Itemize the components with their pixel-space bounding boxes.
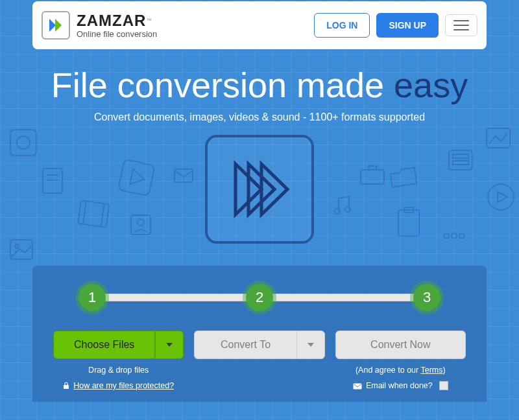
hero-title: File conversion made easy: [0, 65, 519, 105]
lock-icon: [63, 382, 69, 390]
brand-logo-icon: [42, 11, 70, 40]
convertto-column: Convert To: [194, 331, 324, 390]
signup-button[interactable]: SIGN UP: [376, 13, 439, 38]
email-done-row: Email when done?: [353, 381, 448, 390]
doodle-disc-icon: [9, 128, 38, 159]
convert-to-dropdown[interactable]: [296, 331, 325, 359]
choose-files-button[interactable]: Choose Files: [53, 331, 155, 359]
svg-point-1: [17, 136, 30, 149]
svg-rect-27: [64, 385, 69, 389]
svg-rect-16: [361, 170, 384, 184]
doodle-clipboard-icon: [396, 206, 422, 240]
terms-link[interactable]: Terms: [420, 366, 442, 375]
login-button[interactable]: LOG IN: [314, 13, 370, 38]
svg-point-19: [488, 184, 514, 210]
svg-point-24: [444, 233, 449, 239]
header-bar: ZAMZAR™ Online file conversion LOG IN SI…: [32, 1, 487, 49]
hero-title-emphasis: easy: [394, 65, 468, 104]
doodle-slides-icon: [448, 149, 474, 174]
doodle-page-icon: [42, 167, 64, 197]
svg-line-8: [83, 201, 86, 224]
doodle-person-icon: [130, 214, 152, 239]
step-3: 3: [413, 284, 441, 311]
doodle-picture-icon: [485, 127, 511, 152]
convert-to-split: Convert To: [194, 331, 324, 359]
svg-point-13: [15, 244, 19, 248]
doodle-playcircle-icon: [487, 183, 515, 214]
dragdrop-hint: Drag & drop files: [88, 366, 149, 375]
doodle-music-icon: [332, 194, 352, 219]
hero-title-part-a: File conversion made: [51, 65, 394, 104]
brand-text: ZAMZAR™ Online file conversion: [77, 13, 157, 38]
doodle-film-icon: [76, 199, 111, 231]
svg-line-9: [101, 204, 104, 227]
terms-prefix: (And agree to our: [356, 366, 421, 375]
choose-files-dropdown[interactable]: [155, 331, 184, 359]
caret-down-icon: [166, 343, 173, 347]
convert-to-button[interactable]: Convert To: [194, 331, 296, 359]
svg-rect-23: [453, 161, 468, 165]
step-1: 1: [78, 284, 106, 311]
choose-column: Choose Files Drag & drop files How are m…: [53, 331, 184, 390]
convertnow-column: Convert Now (And agree to our Terms) Ema…: [335, 331, 466, 390]
files-protected-link-row: How are my files protected?: [63, 381, 174, 390]
convert-now-button[interactable]: Convert Now: [335, 331, 466, 359]
svg-rect-0: [10, 130, 36, 156]
files-protected-link[interactable]: How are my files protected?: [73, 381, 174, 390]
step-2: 2: [246, 284, 273, 311]
brand[interactable]: ZAMZAR™ Online file conversion: [42, 11, 157, 40]
svg-point-26: [459, 233, 465, 239]
brand-name: ZAMZAR: [77, 12, 146, 29]
svg-point-25: [452, 233, 457, 239]
svg-rect-28: [353, 384, 361, 390]
brand-tm: ™: [146, 17, 151, 23]
hero-subtitle: Convert documents, images, videos & soun…: [0, 111, 519, 123]
brand-tagline: Online file conversion: [77, 30, 157, 38]
email-done-checkbox[interactable]: [439, 381, 448, 390]
terms-hint: (And agree to our Terms): [356, 366, 446, 375]
converter-card: 1 2 3 Choose Files Drag & drop files How…: [32, 266, 487, 402]
svg-rect-17: [398, 210, 419, 236]
caret-down-icon: [308, 343, 314, 347]
actions-row: Choose Files Drag & drop files How are m…: [53, 331, 466, 390]
doodle-folder-icon: [388, 164, 420, 192]
svg-rect-22: [453, 154, 468, 158]
steps-indicator: 1 2 3: [79, 283, 440, 312]
menu-button[interactable]: [445, 14, 477, 36]
doodle-more-icon: [441, 231, 467, 244]
svg-rect-6: [175, 169, 193, 182]
doodle-briefcase-icon: [359, 163, 385, 188]
header-actions: LOG IN SIGN UP: [314, 13, 477, 38]
svg-point-11: [138, 219, 144, 226]
doodle-image-icon: [9, 239, 34, 263]
email-done-label: Email when done?: [366, 381, 433, 390]
doodle-mail-icon: [174, 169, 193, 185]
svg-rect-2: [118, 159, 155, 196]
mail-icon: [353, 382, 362, 389]
choose-files-split: Choose Files: [53, 331, 184, 359]
terms-suffix: ): [443, 366, 446, 375]
hero-play-icon: [205, 135, 314, 244]
